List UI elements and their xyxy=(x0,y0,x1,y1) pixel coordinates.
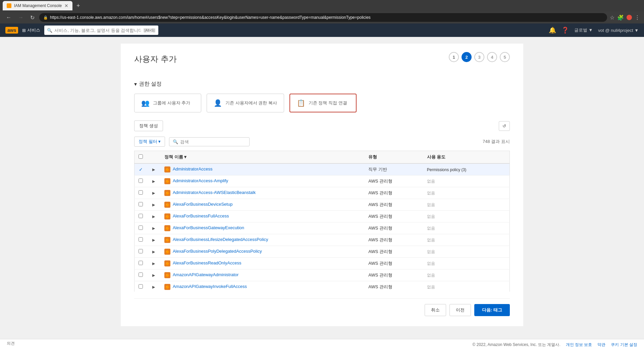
aws-logo[interactable]: aws xyxy=(5,27,18,34)
policy-name-link[interactable]: AlexaForBusinessLifesizeDelegatedAccessP… xyxy=(173,237,268,242)
policy-name-link[interactable]: AdministratorAccess xyxy=(173,166,212,171)
row-checkbox[interactable] xyxy=(139,226,143,230)
close-tab-button[interactable]: ✕ xyxy=(64,3,68,8)
row-checkbox[interactable] xyxy=(139,214,143,218)
privacy-link[interactable]: 개인 정보 보호 xyxy=(566,342,592,348)
row-expand-cell[interactable]: ▶ xyxy=(147,234,160,246)
row-checkbox[interactable] xyxy=(139,261,143,265)
bookmark-icon[interactable]: ☆ xyxy=(610,14,614,21)
row-checkbox[interactable] xyxy=(139,249,143,253)
row-checkbox-cell[interactable] xyxy=(135,187,147,199)
cancel-button[interactable]: 취소 xyxy=(425,304,446,316)
active-tab[interactable]: 🔶 IAM Management Console ✕ xyxy=(3,1,72,10)
create-policy-button[interactable]: 정책 생성 xyxy=(134,120,163,131)
row-checkbox-cell[interactable] xyxy=(135,199,147,211)
row-expand-cell[interactable]: ▶ xyxy=(147,176,160,187)
row-expand-cell[interactable]: ▶ xyxy=(147,281,160,292)
reload-button[interactable]: ↻ xyxy=(28,13,37,22)
policy-icon: 🔶 xyxy=(164,213,170,219)
expand-button[interactable]: ▶ xyxy=(151,179,156,184)
policy-icon: 🔶 xyxy=(164,202,170,208)
row-expand-cell[interactable]: ▶ xyxy=(147,163,160,176)
row-name-cell: 🔶 AdministratorAccess-Amplify xyxy=(160,176,364,187)
back-button[interactable]: ← xyxy=(4,13,13,22)
expand-button[interactable]: ▶ xyxy=(151,237,156,243)
select-all-checkbox[interactable] xyxy=(139,154,143,159)
row-checkbox[interactable] xyxy=(139,237,143,242)
services-button[interactable]: ⊞ 서비스 xyxy=(22,27,40,33)
row-expand-cell[interactable]: ▶ xyxy=(147,187,160,199)
tab-attach[interactable]: 📋 기존 정책 직접 연결 xyxy=(289,94,357,112)
expand-button[interactable]: ▶ xyxy=(151,284,156,290)
row-checkbox-cell[interactable] xyxy=(135,176,147,187)
policy-name-link[interactable]: AlexaForBusinessPolyDelegatedAccessPolic… xyxy=(173,249,262,254)
policy-search-box[interactable]: 🔍 xyxy=(169,137,250,146)
policy-name-link[interactable]: AmazonAPIGatewayAdministrator xyxy=(173,272,239,277)
address-bar[interactable]: 🔒 https://us-east-1.console.aws.amazon.c… xyxy=(39,13,607,22)
row-checkbox[interactable] xyxy=(139,190,143,195)
row-expand-cell[interactable]: ▶ xyxy=(147,258,160,269)
expand-button[interactable]: ▶ xyxy=(151,249,156,255)
user-menu[interactable]: vot @ null4project ▼ xyxy=(598,28,639,33)
policy-name-link[interactable]: AdministratorAccess-AWSElasticBeanstalk xyxy=(173,190,256,195)
search-icon-small: 🔍 xyxy=(173,139,178,144)
global-region[interactable]: 글로벌 ▼ xyxy=(574,27,593,33)
expand-button[interactable]: ▶ xyxy=(151,226,156,231)
refresh-button[interactable]: ↺ xyxy=(499,121,510,131)
expand-button[interactable]: ▶ xyxy=(151,190,156,196)
row-expand-cell[interactable]: ▶ xyxy=(147,269,160,281)
forward-button[interactable]: → xyxy=(16,13,25,22)
policy-name-link[interactable]: AlexaForBusinessGatewayExecution xyxy=(173,225,244,230)
expand-button[interactable]: ▶ xyxy=(151,167,156,172)
prev-button[interactable]: 이전 xyxy=(449,304,471,316)
row-checkbox[interactable] xyxy=(139,284,143,289)
policy-table-wrapper[interactable]: 정책 이름 ▾ 유형 사용 용도 ✓ ▶ 🔶 xyxy=(134,151,510,292)
expand-button[interactable]: ▶ xyxy=(151,214,156,219)
help-icon[interactable]: ❓ xyxy=(561,27,569,34)
tab-copy[interactable]: 👤 기존 사용자에서 권한 복사 xyxy=(207,94,284,112)
header-policy-name[interactable]: 정책 이름 ▾ xyxy=(160,151,364,164)
policy-search-input[interactable] xyxy=(180,139,246,144)
row-checkbox[interactable] xyxy=(139,272,143,277)
policy-name-link[interactable]: AmazonAPIGatewayInvokeFullAccess xyxy=(173,284,247,289)
row-checkbox-cell[interactable] xyxy=(135,222,147,234)
next-button[interactable]: 다음: 태그 xyxy=(474,304,510,316)
menu-icon[interactable]: ⋮ xyxy=(635,14,640,21)
row-checkbox-cell[interactable] xyxy=(135,211,147,222)
step-1: 1 xyxy=(449,52,459,62)
row-checkbox[interactable] xyxy=(139,202,143,206)
new-tab-button[interactable]: + xyxy=(74,1,83,11)
filter-button[interactable]: 정책 필터 ▾ xyxy=(134,137,165,147)
header-expand xyxy=(147,151,160,164)
terms-link[interactable]: 약관 xyxy=(597,342,605,348)
row-checkbox-cell[interactable] xyxy=(135,281,147,292)
bell-icon[interactable]: 🔔 xyxy=(549,27,556,34)
row-checkbox-cell[interactable] xyxy=(135,246,147,258)
policy-name-link[interactable]: AlexaForBusinessFullAccess xyxy=(173,213,229,218)
policy-name-link[interactable]: AdministratorAccess-Amplify xyxy=(173,178,228,183)
row-checkbox-cell[interactable] xyxy=(135,258,147,269)
extensions-icon[interactable]: 🧩 xyxy=(617,14,624,21)
row-expand-cell[interactable]: ▶ xyxy=(147,211,160,222)
expand-button[interactable]: ▶ xyxy=(151,202,156,208)
search-input[interactable] xyxy=(54,28,141,33)
global-search[interactable]: 🔍 [Alt+S] xyxy=(44,26,158,35)
row-checkbox-cell[interactable]: ✓ xyxy=(135,163,147,176)
row-expand-cell[interactable]: ▶ xyxy=(147,222,160,234)
expand-button[interactable]: ▶ xyxy=(151,272,156,278)
tab-groups[interactable]: 👥 그룹에 사용자 추가 xyxy=(134,94,201,112)
row-expand-cell[interactable]: ▶ xyxy=(147,246,160,258)
policy-name-link[interactable]: AlexaForBusinessReadOnlyAccess xyxy=(173,260,241,265)
profile-dot[interactable] xyxy=(627,15,632,20)
row-checkbox-cell[interactable] xyxy=(135,234,147,246)
policy-icon: 🔶 xyxy=(164,284,170,290)
policy-icon: 🔶 xyxy=(164,272,170,278)
header-checkbox[interactable] xyxy=(135,151,147,164)
policy-name-link[interactable]: AlexaForBusinessDeviceSetup xyxy=(173,202,232,207)
cookies-link[interactable]: 쿠키 기본 설정 xyxy=(611,342,637,348)
collapse-arrow[interactable]: ▾ xyxy=(134,81,137,87)
row-checkbox-cell[interactable] xyxy=(135,269,147,281)
expand-button[interactable]: ▶ xyxy=(151,261,156,266)
row-checkbox[interactable] xyxy=(139,179,143,183)
row-expand-cell[interactable]: ▶ xyxy=(147,199,160,211)
